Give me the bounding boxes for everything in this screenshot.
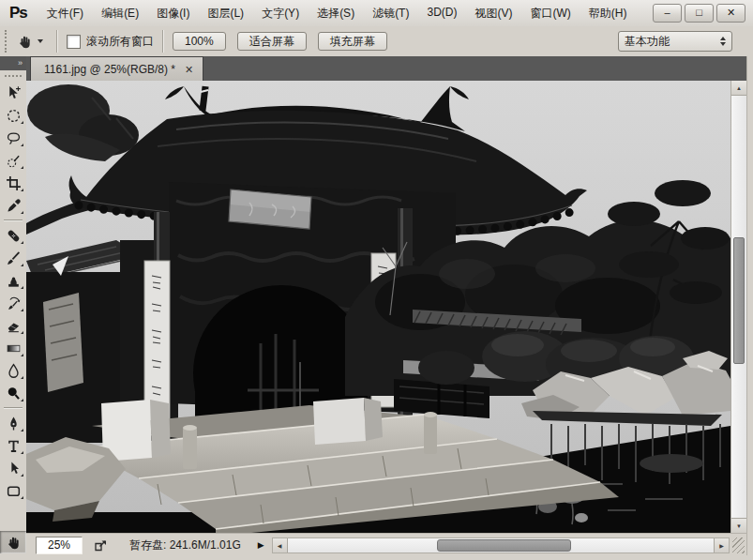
rounded-rectangle-icon (6, 483, 22, 499)
zoom-level-field[interactable]: 25% (36, 537, 83, 554)
photoshop-window: Ps 文件(F) 编辑(E) 图像(I) 图层(L) 文字(Y) 选择(S) 滤… (0, 0, 753, 560)
vertical-scrollbar[interactable]: ▲ ▼ (730, 81, 746, 533)
photoshop-logo: Ps (9, 4, 27, 23)
menu-filter[interactable]: 滤镜(T) (368, 3, 414, 24)
tools-separator (4, 407, 23, 409)
options-bar: 滚动所有窗口 100% 适合屏幕 填充屏幕 基本功能 (0, 26, 753, 57)
tool-hand[interactable] (0, 531, 26, 553)
tool-pen[interactable] (0, 412, 26, 434)
menu-bar: 文件(F) 编辑(E) 图像(I) 图层(L) 文字(Y) 选择(S) 滤镜(T… (42, 3, 632, 24)
crop-icon (6, 175, 22, 191)
tool-elliptical-marquee[interactable] (0, 104, 26, 127)
export-arrow-icon (94, 538, 109, 552)
tool-move[interactable] (0, 82, 26, 104)
options-separator (56, 30, 58, 53)
tool-lasso[interactable] (0, 127, 26, 149)
menu-file[interactable]: 文件(F) (42, 3, 88, 24)
tools-panel: » (0, 56, 27, 555)
tool-crop[interactable] (0, 172, 26, 194)
scroll-up-icon[interactable]: ▲ (731, 81, 746, 96)
workspace-arrows-icon (720, 37, 726, 46)
tool-type[interactable] (0, 434, 26, 457)
hand-icon (17, 34, 33, 50)
scratch-disk-status: 暂存盘: 241.6M/1.01G (129, 537, 241, 553)
pen-icon (6, 416, 22, 431)
menu-view[interactable]: 视图(V) (470, 3, 517, 24)
tool-shape[interactable] (0, 479, 26, 502)
lasso-icon (6, 130, 22, 146)
options-separator (162, 30, 164, 53)
tool-gradient[interactable] (0, 337, 26, 359)
scroll-all-windows-checkbox[interactable] (67, 35, 81, 49)
document-tab[interactable]: 1161.jpg @ 25%(RGB/8) * ✕ (30, 56, 203, 81)
menu-layer[interactable]: 图层(L) (203, 3, 248, 24)
hand-icon (6, 535, 22, 551)
blur-drop-icon (6, 363, 22, 379)
eraser-icon (6, 318, 22, 334)
maximize-button[interactable]: □ (685, 4, 714, 23)
move-icon (6, 85, 22, 101)
minimize-button[interactable]: – (653, 4, 682, 23)
fit-screen-button[interactable]: 适合屏幕 (237, 32, 307, 51)
document-canvas[interactable] (26, 81, 730, 533)
tool-history-brush[interactable] (0, 292, 26, 314)
spot-healing-icon (6, 228, 22, 244)
tools-collapse-button[interactable]: » (0, 56, 26, 70)
quick-selection-icon (6, 153, 22, 169)
tools-separator (4, 219, 23, 221)
tool-spot-healing[interactable] (0, 224, 26, 247)
tool-preset-arrow-icon (38, 39, 43, 43)
path-selection-icon (6, 461, 22, 477)
horizontal-scrollbar[interactable]: ◀ ▶ (272, 537, 730, 553)
tool-eraser[interactable] (0, 314, 26, 337)
actual-pixels-button[interactable]: 100% (173, 32, 226, 51)
tool-blur[interactable] (0, 359, 26, 382)
export-icon[interactable] (94, 538, 109, 552)
status-bar: 25% 暂存盘: 241.6M/1.01G ▶ ◀ ▶ (26, 533, 746, 556)
menu-edit[interactable]: 编辑(E) (97, 3, 143, 24)
resize-grip[interactable] (732, 537, 745, 553)
elliptical-marquee-icon (6, 108, 22, 124)
tool-quick-selection[interactable] (0, 149, 26, 172)
workspace-value: 基本功能 (625, 34, 713, 50)
window-controls: – □ ✕ (653, 4, 745, 23)
scroll-all-windows-label: 滚动所有窗口 (86, 34, 154, 50)
active-tool-preview[interactable] (12, 31, 48, 53)
vertical-scrollbar-thumb[interactable] (733, 237, 745, 364)
close-button[interactable]: ✕ (716, 4, 745, 23)
fill-screen-button[interactable]: 填充屏幕 (318, 32, 387, 51)
menu-select[interactable]: 选择(S) (312, 3, 359, 24)
tool-eyedropper[interactable] (0, 194, 26, 217)
tools-panel-grip[interactable] (0, 70, 26, 82)
window-bottom-edge (0, 555, 753, 560)
document-tab-title: 1161.jpg @ 25%(RGB/8) * (44, 63, 175, 76)
tab-close-icon[interactable]: ✕ (185, 65, 193, 74)
title-bar: Ps 文件(F) 编辑(E) 图像(I) 图层(L) 文字(Y) 选择(S) 滤… (0, 0, 753, 27)
tool-brush[interactable] (0, 247, 26, 269)
clone-stamp-icon (6, 273, 22, 289)
horizontal-scrollbar-thumb[interactable] (437, 539, 571, 552)
document-tab-bar: 1161.jpg @ 25%(RGB/8) * ✕ (26, 56, 746, 82)
scroll-right-icon[interactable]: ▶ (714, 538, 729, 552)
photo-chinese-garden-gate (26, 81, 730, 533)
tool-dodge[interactable] (0, 382, 26, 404)
brush-icon (6, 250, 22, 266)
window-right-edge (746, 56, 753, 555)
menu-help[interactable]: 帮助(H) (584, 3, 632, 24)
dodge-icon (6, 386, 22, 401)
menu-window[interactable]: 窗口(W) (525, 3, 575, 24)
type-icon (6, 438, 22, 454)
eyedropper-icon (6, 198, 22, 214)
menu-type[interactable]: 文字(Y) (257, 3, 304, 24)
menu-3d[interactable]: 3D(D) (422, 3, 461, 24)
tool-path-selection[interactable] (0, 457, 26, 479)
options-grip[interactable] (3, 30, 7, 53)
scroll-down-icon[interactable]: ▼ (731, 518, 746, 533)
menu-image[interactable]: 图像(I) (152, 3, 194, 24)
tool-clone-stamp[interactable] (0, 269, 26, 292)
workspace-switcher[interactable]: 基本功能 (618, 31, 732, 52)
scroll-left-icon[interactable]: ◀ (273, 538, 288, 552)
status-menu-arrow-icon[interactable]: ▶ (258, 540, 264, 550)
history-brush-icon (6, 295, 22, 311)
gradient-icon (6, 341, 22, 356)
